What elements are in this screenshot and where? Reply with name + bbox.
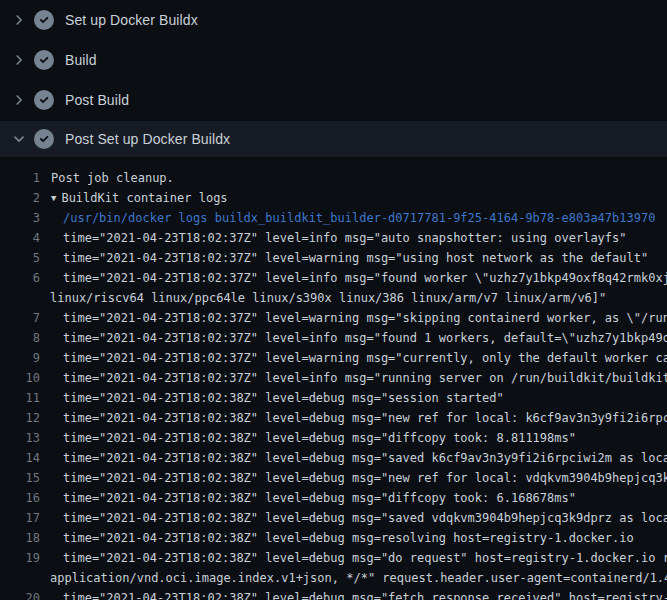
log-text: Post job cleanup. (40, 168, 174, 188)
step-header-post-build[interactable]: Post Build (0, 80, 667, 120)
log-text: time="2021-04-23T18:02:37Z" level=info m… (40, 328, 667, 348)
line-number[interactable]: 16 (0, 488, 40, 508)
log-line: 11time="2021-04-23T18:02:38Z" level=debu… (0, 388, 667, 408)
line-number[interactable]: 17 (0, 508, 40, 528)
check-circle-icon (34, 129, 54, 149)
log-line: 5time="2021-04-23T18:02:37Z" level=warni… (0, 248, 667, 268)
check-circle-icon (34, 90, 54, 110)
line-number[interactable]: 11 (0, 388, 40, 408)
log-text: time="2021-04-23T18:02:37Z" level=warnin… (40, 348, 667, 368)
log-line: 10time="2021-04-23T18:02:37Z" level=info… (0, 368, 667, 388)
log-line: 14time="2021-04-23T18:02:38Z" level=debu… (0, 448, 667, 468)
log-text: time="2021-04-23T18:02:38Z" level=debug … (40, 588, 667, 600)
log-line: 6time="2021-04-23T18:02:37Z" level=info … (0, 268, 667, 288)
log-text: time="2021-04-23T18:02:38Z" level=debug … (40, 468, 667, 488)
chevron-right-icon (11, 52, 27, 68)
line-number[interactable]: 14 (0, 448, 40, 468)
log-text: linux/riscv64 linux/ppc64le linux/s390x … (40, 288, 606, 308)
log-line-wrap: linux/riscv64 linux/ppc64le linux/s390x … (0, 288, 667, 308)
log-text: application/vnd.oci.image.index.v1+json,… (40, 568, 667, 588)
line-number[interactable]: 18 (0, 528, 40, 548)
log-line: 9time="2021-04-23T18:02:37Z" level=warni… (0, 348, 667, 368)
log-line-group: 2▼BuildKit container logs (0, 188, 667, 208)
line-number[interactable]: 7 (0, 308, 40, 328)
log-line: 13time="2021-04-23T18:02:38Z" level=debu… (0, 428, 667, 448)
step-header-post-set-up-docker-buildx[interactable]: Post Set up Docker Buildx (0, 121, 667, 157)
check-circle-icon (34, 10, 54, 30)
log-line: 7time="2021-04-23T18:02:37Z" level=warni… (0, 308, 667, 328)
line-number[interactable]: 9 (0, 348, 40, 368)
step-title: Build (65, 52, 97, 68)
step-title: Post Build (65, 92, 129, 108)
line-number[interactable]: 10 (0, 368, 40, 388)
line-number[interactable]: 5 (0, 248, 40, 268)
step-header-build[interactable]: Build (0, 40, 667, 80)
line-number[interactable]: 2 (0, 188, 40, 208)
log-text: time="2021-04-23T18:02:38Z" level=debug … (40, 488, 576, 508)
line-number[interactable]: 3 (0, 208, 40, 228)
line-number[interactable]: 13 (0, 428, 40, 448)
log-line: 18time="2021-04-23T18:02:38Z" level=debu… (0, 528, 667, 548)
log-line: 20time="2021-04-23T18:02:38Z" level=debu… (0, 588, 667, 600)
log-line-wrap: application/vnd.oci.image.index.v1+json,… (0, 568, 667, 588)
line-number[interactable]: 1 (0, 168, 40, 188)
line-number[interactable]: 6 (0, 268, 40, 288)
log-line: 4time="2021-04-23T18:02:37Z" level=info … (0, 228, 667, 248)
log-text: time="2021-04-23T18:02:37Z" level=info m… (40, 368, 667, 388)
line-number[interactable]: 4 (0, 228, 40, 248)
log-text: time="2021-04-23T18:02:38Z" level=debug … (40, 388, 504, 408)
step-header-set-up-docker-buildx[interactable]: Set up Docker Buildx (0, 0, 667, 40)
log-line: 17time="2021-04-23T18:02:38Z" level=debu… (0, 508, 667, 528)
line-number[interactable]: 8 (0, 328, 40, 348)
step-title: Set up Docker Buildx (65, 12, 198, 28)
log-text: time="2021-04-23T18:02:38Z" level=debug … (40, 508, 667, 528)
log-line: 16time="2021-04-23T18:02:38Z" level=debu… (0, 488, 667, 508)
log-text: /usr/bin/docker logs buildx_buildkit_bui… (40, 208, 655, 228)
log-line: 1Post job cleanup. (0, 168, 667, 188)
line-number (0, 568, 40, 588)
actions-log-viewer: Set up Docker BuildxBuildPost BuildPost … (0, 0, 667, 600)
line-number (0, 288, 40, 308)
step-title: Post Set up Docker Buildx (65, 131, 230, 147)
log-line-command: 3/usr/bin/docker logs buildx_buildkit_bu… (0, 208, 667, 228)
log-text: time="2021-04-23T18:02:37Z" level=info m… (40, 268, 667, 288)
log-text: time="2021-04-23T18:02:38Z" level=debug … (40, 408, 667, 428)
log-line: 15time="2021-04-23T18:02:38Z" level=debu… (0, 468, 667, 488)
group-label: BuildKit container logs (61, 191, 227, 205)
line-number[interactable]: 19 (0, 548, 40, 568)
chevron-down-icon (11, 131, 27, 147)
check-circle-icon (34, 50, 54, 70)
log-lines: 1Post job cleanup.2▼BuildKit container l… (0, 157, 667, 600)
line-number[interactable]: 20 (0, 588, 40, 600)
log-line: 12time="2021-04-23T18:02:38Z" level=debu… (0, 408, 667, 428)
log-line: 19time="2021-04-23T18:02:38Z" level=debu… (0, 548, 667, 568)
log-line: 8time="2021-04-23T18:02:37Z" level=info … (0, 328, 667, 348)
log-text: time="2021-04-23T18:02:37Z" level=warnin… (40, 308, 667, 328)
log-text: time="2021-04-23T18:02:38Z" level=debug … (40, 428, 576, 448)
log-text: time="2021-04-23T18:02:38Z" level=debug … (40, 548, 667, 568)
log-text: time="2021-04-23T18:02:37Z" level=warnin… (40, 248, 648, 268)
chevron-right-icon (11, 12, 27, 28)
steps-list: Set up Docker BuildxBuildPost BuildPost … (0, 0, 667, 157)
log-text: time="2021-04-23T18:02:38Z" level=debug … (40, 448, 667, 468)
log-text: time="2021-04-23T18:02:38Z" level=debug … (40, 528, 634, 548)
line-number[interactable]: 12 (0, 408, 40, 428)
log-text: time="2021-04-23T18:02:37Z" level=info m… (40, 228, 627, 248)
group-toggle-icon: ▼ (51, 188, 61, 208)
line-number[interactable]: 15 (0, 468, 40, 488)
chevron-right-icon (11, 92, 27, 108)
